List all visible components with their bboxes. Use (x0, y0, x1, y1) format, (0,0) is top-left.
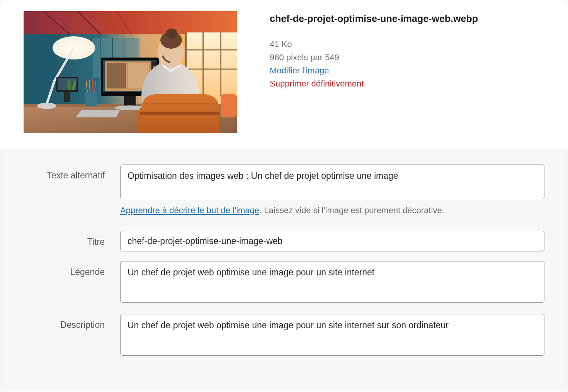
caption-row: Légende (24, 261, 544, 304)
svg-rect-39 (124, 96, 136, 107)
media-filename: chef-de-projet-optimise-une-image-web.we… (270, 13, 478, 24)
svg-point-44 (166, 29, 177, 39)
delete-permanently-link[interactable]: Supprimer définitivement (270, 77, 478, 90)
edit-image-link[interactable]: Modifier l'image (270, 64, 478, 77)
description-input[interactable] (120, 314, 544, 356)
media-info: chef-de-projet-optimise-une-image-web.we… (270, 11, 478, 133)
media-thumbnail[interactable] (24, 11, 237, 133)
media-dimensions: 960 pixels par 549 (270, 51, 478, 64)
svg-rect-45 (139, 112, 219, 115)
svg-rect-46 (221, 94, 237, 117)
alt-text-label: Texte alternatif (24, 165, 120, 181)
alt-help-suffix: . Laissez vide si l'image est purement d… (259, 205, 444, 215)
svg-point-20 (37, 103, 56, 109)
title-row: Titre (24, 231, 544, 251)
alt-help-link[interactable]: Apprendre à décrire le but de l'image (120, 205, 259, 215)
svg-rect-32 (107, 63, 126, 88)
alt-help-row: Apprendre à décrire le but de l'image. L… (24, 205, 544, 216)
title-input[interactable] (120, 231, 544, 251)
media-filesize: 41 Ko (270, 38, 478, 51)
alt-help-text: Apprendre à décrire le but de l'image. L… (120, 205, 544, 216)
title-label: Titre (24, 231, 120, 247)
svg-rect-24 (85, 92, 97, 106)
alt-text-input[interactable] (120, 165, 544, 199)
caption-label: Légende (24, 261, 120, 277)
svg-rect-6 (24, 34, 54, 112)
svg-rect-23 (64, 92, 70, 102)
description-row: Description (24, 314, 544, 357)
media-form: Texte alternatif Apprendre à décrire le … (0, 149, 568, 390)
alt-text-row: Texte alternatif (24, 165, 544, 201)
caption-input[interactable] (120, 261, 544, 303)
media-header: chef-de-projet-optimise-une-image-web.we… (0, 0, 568, 149)
description-label: Description (24, 314, 120, 330)
